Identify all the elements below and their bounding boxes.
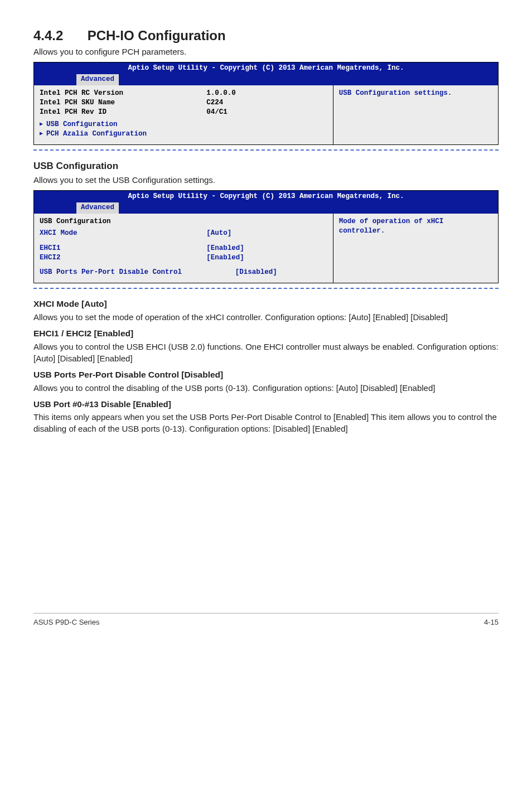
- bios-row-label: Intel PCH RC Version: [40, 89, 206, 98]
- bios-body: USB Configuration XHCI Mode [Auto] EHCI1…: [34, 214, 498, 283]
- bios-item-xhci[interactable]: XHCI Mode [Auto]: [40, 229, 327, 238]
- bios-help-text: USB Configuration settings.: [339, 89, 452, 97]
- bios-header: Aptio Setup Utility - Copyright (C) 2013…: [34, 62, 498, 85]
- usb-config-intro: Allows you to set the USB Configuration …: [33, 174, 499, 186]
- bios-header-title: Aptio Setup Utility - Copyright (C) 2013…: [37, 192, 495, 201]
- bios-tab-advanced[interactable]: Advanced: [76, 202, 119, 214]
- dashed-separator: [33, 288, 499, 289]
- bios-section-title-text: USB Configuration: [40, 217, 206, 226]
- bios-header: Aptio Setup Utility - Copyright (C) 2013…: [34, 191, 498, 214]
- usbports-heading: USB Ports Per-Port Disable Control [Disa…: [33, 370, 499, 380]
- footer-left: ASUS P9D-C Series: [33, 618, 99, 626]
- bios-submenu-label: USB Configuration: [46, 120, 118, 129]
- bios-row: Intel PCH SKU Name C224: [40, 98, 327, 108]
- bios-help-pane: USB Configuration settings.: [333, 85, 498, 144]
- bios-row-value: 04/C1: [206, 108, 327, 117]
- bios-header-title: Aptio Setup Utility - Copyright (C) 2013…: [37, 64, 495, 73]
- bios-panel-pch: Aptio Setup Utility - Copyright (C) 2013…: [33, 62, 499, 145]
- bios-item-usbports[interactable]: USB Ports Per-Port Disable Control [Disa…: [40, 268, 327, 277]
- bios-item-value: [Auto]: [206, 229, 327, 238]
- bios-help-pane: Mode of operation of xHCI controller.: [333, 214, 498, 283]
- section-title-text: PCH-IO Configuration: [88, 28, 226, 43]
- xhci-para: Allows you to set the mode of operation …: [33, 311, 499, 323]
- bios-row-value: 1.0.0.0: [206, 89, 327, 98]
- bios-row-value: C224: [206, 98, 327, 108]
- bios-submenu-azalia[interactable]: PCH Azalia Configuration: [40, 129, 327, 139]
- bios-item-value: [Enabled]: [206, 253, 327, 263]
- ehci-para: Allows you to control the USB EHCI (USB …: [33, 341, 499, 364]
- bios-row: Intel PCH Rev ID 04/C1: [40, 108, 327, 117]
- usbports-para: Allows you to control the disabling of t…: [33, 382, 499, 394]
- section-intro: Allows you to configure PCH parameters.: [33, 47, 499, 56]
- ehci-heading: EHCI1 / EHCI2 [Enabled]: [33, 328, 499, 339]
- section-number: 4.4.2: [33, 28, 84, 44]
- bios-item-label: EHCI2: [40, 253, 206, 263]
- bios-submenu-usb[interactable]: USB Configuration: [40, 120, 327, 129]
- bios-row: Intel PCH RC Version 1.0.0.0: [40, 89, 327, 98]
- bios-section-title: USB Configuration: [40, 217, 327, 226]
- bios-left-pane: USB Configuration XHCI Mode [Auto] EHCI1…: [34, 214, 333, 283]
- bios-item-value: [Enabled]: [206, 244, 327, 253]
- bios-body: Intel PCH RC Version 1.0.0.0 Intel PCH S…: [34, 85, 498, 144]
- usbportnum-heading: USB Port #0-#13 Disable [Enabled]: [33, 399, 499, 409]
- bios-row-label: Intel PCH Rev ID: [40, 108, 206, 117]
- bios-item-label: USB Ports Per-Port Disable Control: [40, 268, 235, 277]
- footer-right: 4-15: [484, 618, 499, 626]
- bios-help-text: Mode of operation of xHCI controller.: [339, 218, 444, 235]
- bios-submenu-label: PCH Azalia Configuration: [46, 129, 147, 139]
- usbportnum-para: This items only appears when you set the…: [33, 411, 499, 434]
- xhci-heading: XHCI Mode [Auto]: [33, 299, 499, 309]
- bios-tab-advanced[interactable]: Advanced: [76, 74, 119, 85]
- usb-config-heading: USB Configuration: [33, 161, 499, 172]
- bios-item-ehci2[interactable]: EHCI2 [Enabled]: [40, 253, 327, 263]
- bios-left-pane: Intel PCH RC Version 1.0.0.0 Intel PCH S…: [34, 85, 333, 144]
- bios-panel-usb: Aptio Setup Utility - Copyright (C) 2013…: [33, 190, 499, 283]
- bios-item-value: [Disabled]: [235, 268, 327, 277]
- page-footer: ASUS P9D-C Series 4-15: [33, 613, 499, 626]
- bios-item-ehci1[interactable]: EHCI1 [Enabled]: [40, 244, 327, 253]
- bios-item-label: EHCI1: [40, 244, 206, 253]
- bios-item-label: XHCI Mode: [40, 229, 206, 238]
- submenu-arrow-icon: [40, 120, 46, 129]
- bios-row-label: Intel PCH SKU Name: [40, 98, 206, 108]
- section-heading: 4.4.2 PCH-IO Configuration: [33, 28, 499, 44]
- dashed-separator: [33, 149, 499, 151]
- submenu-arrow-icon: [40, 129, 46, 139]
